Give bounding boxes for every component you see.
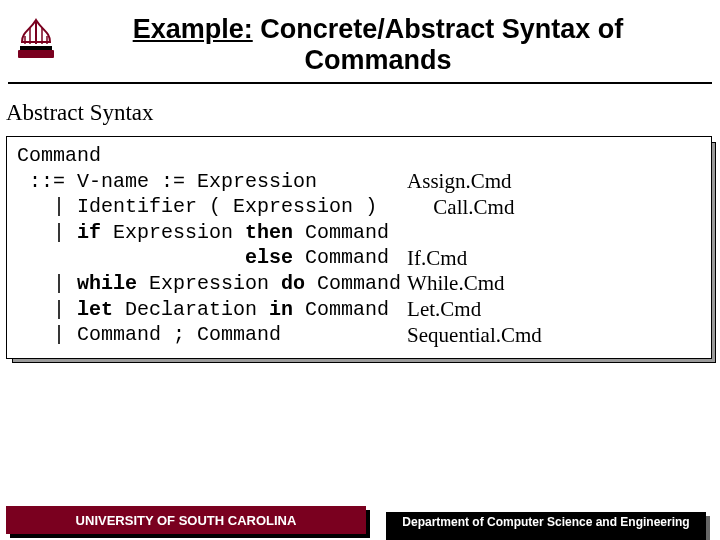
grammar-line: else Command xyxy=(17,245,401,271)
grammar-line: | while Expression do Command xyxy=(17,271,401,297)
grammar-label: Let.Cmd xyxy=(407,297,542,323)
usc-logo-icon xyxy=(12,16,60,64)
grammar-line: ::= V-name := Expression xyxy=(17,169,401,195)
footer: UNIVERSITY OF SOUTH CAROLINA Department … xyxy=(0,496,720,540)
slide: Example: Concrete/Abstract Syntax of Com… xyxy=(0,0,720,540)
footer-left: UNIVERSITY OF SOUTH CAROLINA xyxy=(6,506,366,534)
grammar-code: Command ::= V-name := Expression | Ident… xyxy=(17,143,401,348)
footer-right: Department of Computer Science and Engin… xyxy=(386,512,706,540)
title-rest: Concrete/Abstract Syntax of Commands xyxy=(253,14,624,75)
grammar-label: Sequential.Cmd xyxy=(407,323,542,349)
section-heading: Abstract Syntax xyxy=(0,84,720,136)
grammar-label: Assign.Cmd xyxy=(407,169,542,195)
title-underlined: Example: xyxy=(133,14,253,44)
grammar-line: | Command ; Command xyxy=(17,322,401,348)
grammar-label: While.Cmd xyxy=(407,271,542,297)
grammar-label: Call.Cmd xyxy=(407,195,542,221)
svg-rect-0 xyxy=(18,50,54,58)
grammar-line: | Identifier ( Expression ) xyxy=(17,194,401,220)
title-row: Example: Concrete/Abstract Syntax of Com… xyxy=(0,0,720,78)
grammar-line: | let Declaration in Command xyxy=(17,297,401,323)
grammar-line: | if Expression then Command xyxy=(17,220,401,246)
grammar-head: Command xyxy=(17,143,401,169)
grammar-label xyxy=(407,220,542,246)
slide-title: Example: Concrete/Abstract Syntax of Com… xyxy=(66,10,700,78)
grammar-labels: Assign.Cmd Call.CmdIf.CmdWhile.CmdLet.Cm… xyxy=(401,143,542,348)
grammar-box-inner: Command ::= V-name := Expression | Ident… xyxy=(6,136,712,359)
grammar-box: Command ::= V-name := Expression | Ident… xyxy=(6,136,712,359)
grammar-label: If.Cmd xyxy=(407,246,542,272)
svg-rect-1 xyxy=(20,46,52,50)
